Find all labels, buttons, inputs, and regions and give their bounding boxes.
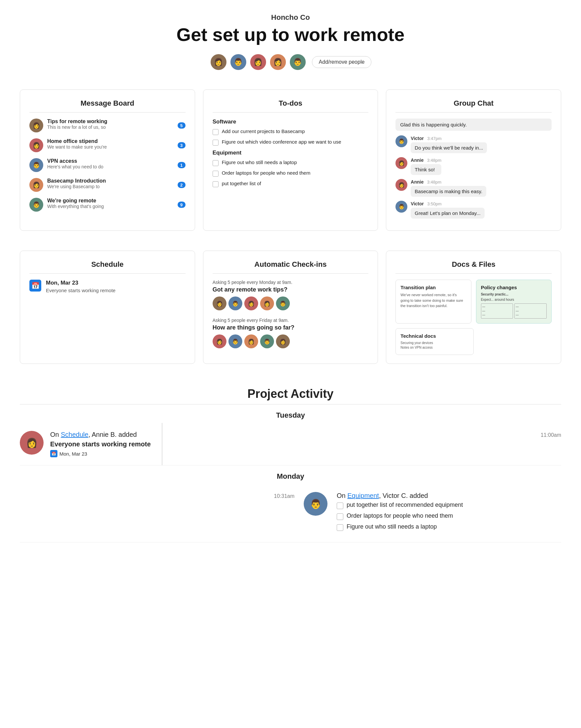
- todo-item-1[interactable]: Figure out which video conference app we…: [213, 139, 369, 146]
- msg-badge-4: 9: [178, 202, 186, 208]
- msg-title-2: VPN access: [47, 158, 186, 164]
- checkin-av-0-1: 👨: [229, 296, 242, 310]
- msg-content-2: VPN access Here's what you need to do: [47, 158, 186, 170]
- activity-date-badge-0: 📅 Mon, Mar 23: [50, 450, 522, 457]
- checkin-asking-1: Asking 5 people every Friday at 9am.: [213, 318, 369, 323]
- todo-label-3: Order laptops for people who need them: [222, 170, 311, 176]
- activity-section: Project Activity Tuesday 👩 On Schedule, …: [0, 377, 581, 556]
- todo-checkbox-3[interactable]: [213, 171, 218, 177]
- activity-header-suffix-0: , Annie B. added: [88, 431, 137, 438]
- chat-avatar-victor-1: 👨: [395, 135, 407, 147]
- chat-msg-2: 👩 Annie 3:48pm Think so!: [395, 157, 552, 175]
- checkin-av-1-2: 👩: [244, 334, 258, 348]
- msg-content-3: Basecamp Introduction We're using Baseca…: [47, 178, 186, 189]
- todo-item-0[interactable]: Add our current projects to Basecamp: [213, 128, 369, 135]
- msg-content-0: Tips for remote working This is new for …: [47, 119, 186, 130]
- msg-content-4: We're going remote With everything that'…: [47, 198, 186, 209]
- todo-section-software: Software: [213, 119, 369, 125]
- chat-sender-4: Victor: [411, 201, 424, 206]
- chat-meta-4: Victor 3:50pm: [411, 201, 484, 207]
- group-chat-card: Group Chat Glad this is happening quickl…: [386, 89, 561, 231]
- avatar-2: 👨: [230, 53, 247, 71]
- todos-title: To-dos: [213, 99, 369, 112]
- msg-avatar-4: 👨: [29, 198, 43, 212]
- activity-todo-text-0: put together list of recommended equipme…: [347, 501, 463, 509]
- checkin-block-0: Asking 5 people every Monday at 9am. Got…: [213, 280, 369, 310]
- msg-preview-0: This is new for a lot of us, so: [47, 125, 186, 130]
- msg-badge-0: 5: [178, 123, 186, 129]
- company-name: Honcho Co: [7, 13, 574, 22]
- checkin-av-1-4: 👩: [276, 334, 290, 348]
- chat-time-2: 3:48pm: [427, 158, 441, 163]
- activity-todo-cb-1[interactable]: [337, 513, 343, 520]
- checkin-av-1-3: 👨: [260, 334, 274, 348]
- msg-badge-1: 3: [178, 142, 186, 149]
- activity-todo-cb-0[interactable]: [337, 502, 343, 509]
- todo-item-2[interactable]: Figure out who still needs a laptop: [213, 159, 369, 166]
- msg-avatar-0: 👩: [29, 119, 43, 132]
- chat-msg-1: 👨 Victor 3:47pm Do you think we'll be re…: [395, 135, 552, 153]
- checkin-question-1: How are things going so far?: [213, 324, 369, 331]
- todo-checkbox-0[interactable]: [213, 129, 218, 135]
- msg-content-1: Home office stipend We want to make sure…: [47, 138, 186, 150]
- activity-header-link-0[interactable]: Schedule: [61, 431, 88, 438]
- activity-header-link-1[interactable]: Equipment: [347, 492, 379, 499]
- chat-time-3: 3:48pm: [427, 180, 441, 185]
- todo-checkbox-4[interactable]: [213, 181, 218, 187]
- chat-sender-3: Annie: [411, 179, 424, 185]
- doc-content-0: We've never worked remote, so it's going…: [400, 292, 466, 309]
- msg-preview-3: We're using Basecamp to: [47, 184, 186, 189]
- chat-body-4: Victor 3:50pm Great! Let's plan on Monda…: [411, 201, 484, 218]
- msg-item-1[interactable]: 👩 Home office stipend We want to make su…: [29, 138, 186, 152]
- msg-title-0: Tips for remote working: [47, 119, 186, 125]
- doc-transition-plan[interactable]: Transition plan We've never worked remot…: [395, 280, 471, 323]
- activity-todo-text-1: Order laptops for people who need them: [347, 513, 453, 519]
- activity-header-suffix-1: , Victor C. added: [379, 492, 428, 499]
- checkins-title: Automatic Check-ins: [213, 260, 369, 274]
- docs-grid: Transition plan We've never worked remot…: [395, 280, 552, 355]
- checkin-block-1: Asking 5 people every Friday at 9am. How…: [213, 318, 369, 348]
- activity-main-tuesday-0: On Schedule, Annie B. added Everyone sta…: [50, 431, 522, 457]
- msg-preview-2: Here's what you need to do: [47, 164, 186, 170]
- msg-item-3[interactable]: 👩 Basecamp Introduction We're using Base…: [29, 178, 186, 192]
- activity-todo-1[interactable]: Order laptops for people who need them: [337, 513, 561, 520]
- checkin-question-0: Got any remote work tips?: [213, 286, 369, 293]
- todo-section-equipment: Equipment: [213, 150, 369, 156]
- checkin-av-0-4: 👨: [276, 296, 290, 310]
- schedule-card: Schedule 📅 Mon, Mar 23 Everyone starts w…: [20, 251, 195, 364]
- activity-item-left-content: 👩 On Schedule, Annie B. added Everyone s…: [20, 431, 522, 457]
- msg-item-2[interactable]: 👨 VPN access Here's what you need to do …: [29, 158, 186, 172]
- cards-grid-bottom: Schedule 📅 Mon, Mar 23 Everyone starts w…: [0, 244, 581, 370]
- activity-todo-0[interactable]: put together list of recommended equipme…: [337, 501, 561, 509]
- event-description: Everyone starts working remote: [46, 288, 115, 293]
- todo-item-4[interactable]: put together list of: [213, 181, 369, 187]
- avatar-4: 👩: [269, 53, 287, 71]
- doc-title-1: Policy changes: [481, 285, 547, 290]
- chat-avatar-annie-2: 👩: [395, 179, 407, 191]
- todo-checkbox-2[interactable]: [213, 160, 218, 166]
- checkin-av-0-2: 👩: [244, 296, 258, 310]
- chat-meta-1: Victor 3:47pm: [411, 135, 487, 141]
- chat-time-1: 3:47pm: [427, 136, 441, 141]
- docs-row-bottom: Technical docs Securing your devices Not…: [395, 328, 552, 355]
- activity-todo-2[interactable]: Figure out who still needs a laptop: [337, 523, 561, 531]
- activity-timeline: 👩 On Schedule, Annie B. added Everyone s…: [20, 423, 561, 466]
- activity-todo-cb-2[interactable]: [337, 524, 343, 531]
- msg-item-4[interactable]: 👨 We're going remote With everything tha…: [29, 198, 186, 212]
- doc-technical-docs[interactable]: Technical docs Securing your devices Not…: [395, 328, 473, 355]
- todo-item-3[interactable]: Order laptops for people who need them: [213, 170, 369, 177]
- todo-checkbox-1[interactable]: [213, 140, 218, 146]
- todo-label-2: Figure out who still needs a laptop: [222, 159, 297, 165]
- msg-item-0[interactable]: 👩 Tips for remote working This is new fo…: [29, 119, 186, 132]
- chat-sender-2: Annie: [411, 157, 424, 163]
- header-avatars: 👩 👨 👩 👩 👨 Add/remove people: [7, 53, 574, 71]
- activity-title: Project Activity: [20, 387, 561, 401]
- day-label-tuesday: Tuesday: [20, 411, 561, 420]
- doc-policy-changes[interactable]: Policy changes Security practic... Expec…: [476, 280, 552, 323]
- msg-avatar-3: 👩: [29, 178, 43, 192]
- add-remove-people-button[interactable]: Add/remove people: [312, 56, 372, 68]
- activity-avatar-annie: 👩: [20, 431, 44, 454]
- doc-content-1: Security practic... Expect... around hou…: [481, 292, 547, 319]
- group-chat-title: Group Chat: [395, 99, 552, 112]
- todo-label-1: Figure out which video conference app we…: [222, 139, 341, 145]
